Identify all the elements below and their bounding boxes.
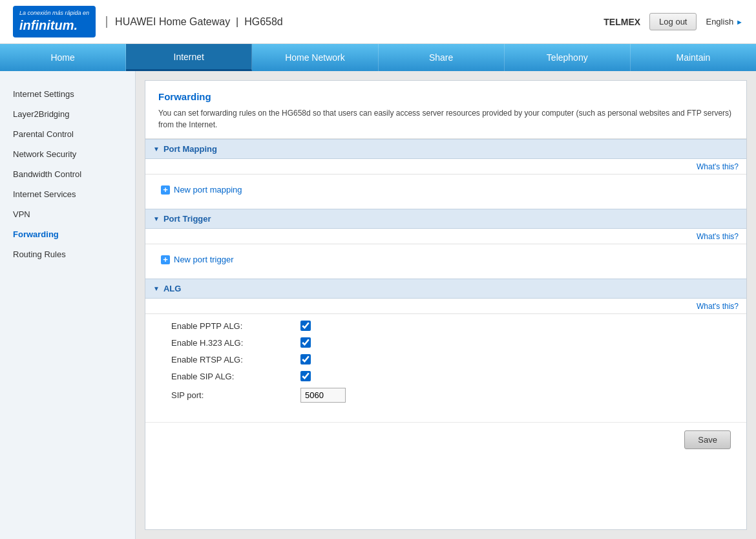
language-label: English: [706, 17, 733, 26]
main-content: Forwarding You can set forwarding rules …: [145, 80, 747, 530]
save-button[interactable]: Save: [684, 430, 731, 449]
pptp-alg-checkbox[interactable]: [300, 321, 311, 331]
header-right: TELMEX Log out English ►: [604, 13, 743, 30]
rtsp-alg-checkbox[interactable]: [300, 354, 311, 365]
logo-area: La conexión más rápida en infinitum. HUA…: [13, 6, 283, 38]
sip-alg-row: Enable SIP ALG:: [171, 371, 733, 381]
sidebar-item-routing-rules[interactable]: Routing Rules: [0, 244, 135, 264]
new-port-mapping-label: New port mapping: [174, 185, 242, 195]
alg-section: ▼ ALG What's this? Enable PPTP ALG: Enab…: [145, 279, 746, 460]
sip-alg-checkbox[interactable]: [300, 371, 311, 381]
port-mapping-title: Port Mapping: [163, 144, 217, 154]
h323-alg-row: Enable H.323 ALG:: [171, 337, 733, 348]
pptp-alg-label: Enable PPTP ALG:: [171, 321, 300, 331]
rtsp-alg-label: Enable RTSP ALG:: [171, 355, 300, 365]
logout-button[interactable]: Log out: [649, 13, 697, 30]
chevron-right-icon: ►: [736, 18, 743, 26]
h323-alg-label: Enable H.323 ALG:: [171, 338, 300, 348]
nav-item-share[interactable]: Share: [379, 44, 505, 71]
nav-item-home[interactable]: Home: [0, 44, 126, 71]
sip-port-input[interactable]: [300, 388, 346, 403]
alg-header[interactable]: ▼ ALG: [145, 279, 746, 299]
gateway-name: HUAWEI Home Gateway: [115, 16, 230, 27]
sip-port-label: SIP port:: [171, 390, 300, 400]
collapse-triangle-icon: ▼: [153, 215, 160, 222]
sidebar-item-internet-settings[interactable]: Internet Settings: [0, 84, 135, 104]
port-trigger-section: ▼ Port Trigger What's this? + New port t…: [145, 209, 746, 279]
rtsp-alg-row: Enable RTSP ALG:: [171, 354, 733, 365]
sidebar-item-vpn[interactable]: VPN: [0, 204, 135, 224]
logo-box: La conexión más rápida en infinitum.: [13, 6, 96, 38]
h323-alg-checkbox[interactable]: [300, 337, 311, 348]
telmex-label: TELMEX: [604, 17, 640, 27]
port-mapping-whats-link[interactable]: What's this?: [697, 162, 739, 171]
alg-whats-row: What's this?: [145, 299, 746, 313]
port-mapping-whats-row: What's this?: [145, 159, 746, 174]
logo-brand: infinitum.: [19, 17, 89, 34]
port-trigger-header[interactable]: ▼ Port Trigger: [145, 209, 746, 229]
sidebar: Internet SettingsLayer2BridgingParental …: [0, 71, 136, 539]
sip-alg-label: Enable SIP ALG:: [171, 372, 300, 381]
port-trigger-body: + New port trigger: [145, 244, 746, 279]
collapse-triangle-icon: ▼: [153, 145, 160, 153]
sidebar-item-layer2bridging[interactable]: Layer2Bridging: [0, 104, 135, 124]
page-title: Forwarding: [158, 91, 733, 102]
page-description: You can set forwarding rules on the HG65…: [158, 107, 733, 131]
plus-icon: +: [161, 255, 170, 264]
sidebar-item-internet-services[interactable]: Internet Services: [0, 184, 135, 204]
content-area: Internet SettingsLayer2BridgingParental …: [0, 71, 756, 539]
port-trigger-title: Port Trigger: [163, 214, 211, 224]
nav-item-internet[interactable]: Internet: [126, 44, 252, 71]
sip-port-row: SIP port:: [171, 388, 733, 403]
nav-item-telephony[interactable]: Telephony: [505, 44, 631, 71]
new-port-trigger-link[interactable]: + New port trigger: [158, 249, 733, 270]
language-selector[interactable]: English ►: [706, 17, 743, 26]
port-trigger-whats-row: What's this?: [145, 229, 746, 244]
collapse-triangle-icon: ▼: [153, 285, 160, 292]
header: La conexión más rápida en infinitum. HUA…: [0, 0, 756, 44]
sidebar-item-bandwidth-control[interactable]: Bandwidth Control: [0, 164, 135, 184]
pptp-alg-row: Enable PPTP ALG:: [171, 321, 733, 331]
sidebar-item-forwarding[interactable]: Forwarding: [0, 224, 135, 244]
gateway-title: HUAWEI Home Gateway | HG658d: [106, 16, 283, 28]
port-mapping-header[interactable]: ▼ Port Mapping: [145, 139, 746, 159]
navigation-bar: HomeInternetHome NetworkShareTelephonyMa…: [0, 44, 756, 71]
alg-title: ALG: [163, 284, 181, 293]
logo-tagline: La conexión más rápida en: [19, 10, 89, 17]
alg-whats-link[interactable]: What's this?: [697, 302, 739, 311]
nav-item-home-network[interactable]: Home Network: [252, 44, 378, 71]
port-mapping-body: + New port mapping: [145, 174, 746, 209]
port-mapping-section: ▼ Port Mapping What's this? + New port m…: [145, 139, 746, 209]
new-port-mapping-link[interactable]: + New port mapping: [158, 180, 733, 200]
save-area: Save: [145, 422, 746, 460]
sidebar-item-network-security[interactable]: Network Security: [0, 144, 135, 164]
port-trigger-whats-link[interactable]: What's this?: [697, 232, 739, 241]
alg-form: Enable PPTP ALG: Enable H.323 ALG: Enabl…: [145, 314, 746, 416]
page-title-area: Forwarding You can set forwarding rules …: [145, 81, 746, 139]
sidebar-item-parental-control[interactable]: Parental Control: [0, 124, 135, 144]
plus-icon: +: [161, 185, 170, 195]
new-port-trigger-label: New port trigger: [174, 255, 233, 264]
nav-item-maintain[interactable]: Maintain: [631, 44, 756, 71]
model-name: HG658d: [244, 16, 283, 27]
